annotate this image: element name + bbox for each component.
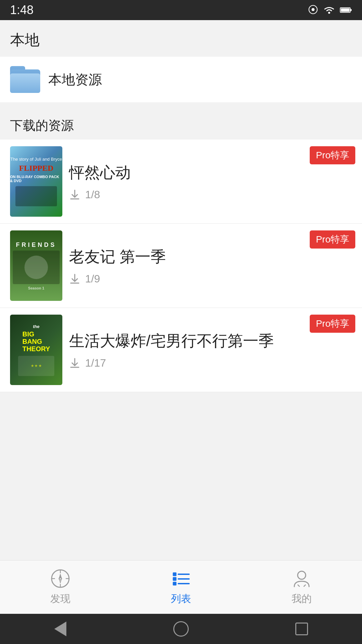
table-row[interactable]: The story of Juli and Bryce FLIPPED ON B…	[0, 140, 362, 224]
svg-point-24	[298, 571, 306, 579]
status-icons: ⦿	[308, 4, 352, 16]
table-row[interactable]: FRIENDS Season 1 老友记 第一季 1/9 Pro特享	[0, 224, 362, 308]
nav-back-button[interactable]	[49, 617, 72, 641]
movie-poster-flipped: The story of Juli and Bryce FLIPPED ON B…	[10, 146, 62, 217]
downloaded-title: 下载的资源	[10, 118, 74, 132]
battery-icon	[340, 7, 352, 13]
page-title: 本地	[10, 32, 40, 48]
table-row[interactable]: the BIGBANGTHEORY ★ ★ ★ 生活大爆炸/宅男行不行第一季 1…	[0, 308, 362, 392]
downloaded-header: 下载的资源	[0, 109, 362, 140]
tab-list-label: 列表	[171, 592, 191, 606]
movie-list: The story of Juli and Bryce FLIPPED ON B…	[0, 140, 362, 392]
movie-download-friends: 1/9	[69, 273, 345, 285]
movie-title-friends: 老友记 第一季	[69, 247, 345, 267]
movie-download-count-bbt: 1/17	[85, 357, 106, 369]
movie-download-count-flipped: 1/8	[85, 189, 100, 201]
svg-line-25	[298, 585, 300, 587]
pro-badge-friends: Pro特享	[310, 230, 355, 249]
page-header: 本地	[0, 20, 362, 57]
local-resources-section[interactable]: 本地资源	[0, 57, 362, 102]
wifi-icon	[323, 5, 335, 15]
nav-home-button[interactable]	[169, 617, 193, 641]
svg-rect-2	[350, 9, 352, 11]
person-icon	[292, 569, 312, 589]
tab-discover-label: 发现	[50, 592, 70, 606]
pro-badge-flipped: Pro特享	[310, 146, 355, 164]
local-resources-label: 本地资源	[48, 70, 102, 89]
content-spacer	[0, 392, 362, 560]
svg-marker-17	[59, 579, 62, 583]
movie-info-friends: 老友记 第一季 1/9	[62, 243, 352, 288]
nav-bar	[0, 614, 362, 644]
compass-icon	[50, 569, 70, 589]
movie-title-bbt: 生活大爆炸/宅男行不行第一季	[69, 331, 345, 352]
section-divider	[0, 102, 362, 109]
svg-rect-20	[173, 582, 176, 585]
movie-download-count-friends: 1/9	[85, 273, 100, 285]
tab-discover[interactable]: 发现	[0, 569, 121, 606]
svg-line-26	[304, 585, 306, 587]
nav-recent-button[interactable]	[290, 617, 313, 641]
tab-mine[interactable]: 我的	[241, 569, 362, 606]
list-icon	[171, 569, 191, 589]
download-icon	[69, 357, 80, 369]
movie-poster-friends: FRIENDS Season 1	[10, 230, 62, 301]
download-icon	[69, 189, 80, 200]
movie-info-flipped: 怦然心动 1/8	[62, 159, 352, 204]
movie-poster-bbt: the BIGBANGTHEORY ★ ★ ★	[10, 315, 62, 385]
download-icon	[69, 273, 80, 284]
tab-list[interactable]: 列表	[121, 569, 241, 606]
tab-bar: 发现 列表 我的	[0, 560, 362, 614]
movie-info-bbt: 生活大爆炸/宅男行不行第一季 1/17	[62, 327, 352, 373]
back-icon	[54, 622, 66, 636]
svg-rect-3	[341, 8, 350, 12]
svg-rect-19	[173, 577, 176, 581]
svg-rect-18	[173, 573, 176, 576]
status-time: 1:48	[10, 3, 34, 17]
svg-point-0	[328, 12, 330, 14]
folder-icon	[10, 66, 40, 93]
movie-title-flipped: 怦然心动	[69, 162, 345, 183]
home-icon	[173, 621, 189, 637]
recent-icon	[295, 623, 308, 635]
status-bar: 1:48 ⦿	[0, 0, 362, 20]
tab-mine-label: 我的	[292, 592, 312, 606]
movie-download-bbt: 1/17	[69, 357, 345, 369]
pro-badge-bbt: Pro特享	[310, 315, 355, 333]
app-icon: ⦿	[308, 4, 318, 16]
movie-download-flipped: 1/8	[69, 189, 345, 201]
svg-marker-16	[59, 574, 62, 579]
